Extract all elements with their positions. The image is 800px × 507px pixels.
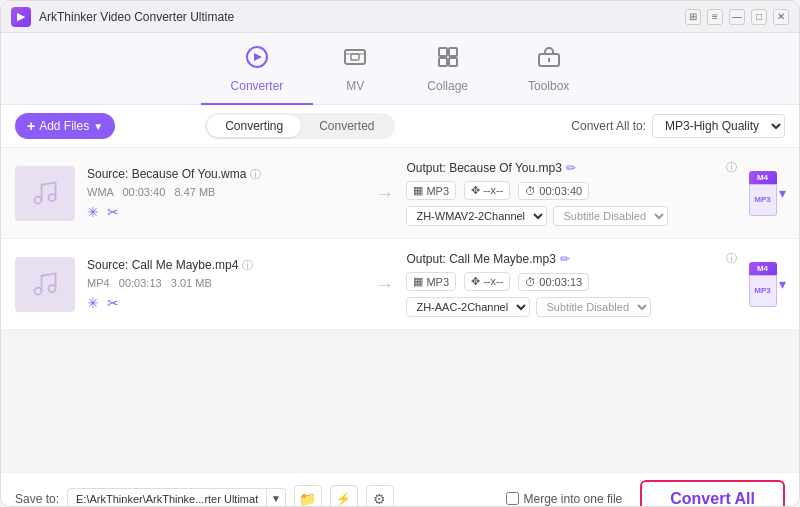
output-name-2: Output: Call Me Maybe.mp3 ✏ ⓘ	[406, 251, 737, 266]
svg-point-11	[35, 197, 42, 204]
add-files-button[interactable]: + Add Files ▼	[15, 113, 115, 139]
save-path-input[interactable]	[67, 488, 267, 508]
collage-icon	[436, 45, 460, 75]
merge-checkbox[interactable]	[506, 492, 519, 505]
format-badge-1: ▦ MP3	[406, 181, 456, 200]
output-row2-2: ZH-AAC-2Channel Subtitle Disabled	[406, 297, 737, 317]
format-badge-2: ▦ MP3	[406, 272, 456, 291]
file-source-2: Source: Call Me Maybe.mp4 ⓘ	[87, 258, 362, 273]
file-size-1: 8.47 MB	[174, 186, 215, 198]
resize-text-1: ✥ --x--	[471, 184, 503, 197]
output-file-icon-2[interactable]: M4 MP3	[749, 262, 777, 307]
converted-pill[interactable]: Converted	[301, 115, 392, 137]
mp3-file-1: MP3	[749, 184, 777, 216]
format-selector[interactable]: MP3-High Quality	[652, 114, 785, 138]
tab-mv[interactable]: MV	[313, 41, 397, 105]
plus-icon: +	[27, 118, 35, 134]
output-section-2: Output: Call Me Maybe.mp3 ✏ ⓘ ▦ MP3 ✥ --…	[406, 251, 737, 317]
file-meta-1: WMA 00:03:40 8.47 MB	[87, 186, 362, 198]
file-size-2: 3.01 MB	[171, 277, 212, 289]
format-grid-icon-1: ▦	[413, 184, 423, 197]
maximize-button[interactable]: □	[751, 9, 767, 25]
duration-control-2: ⏱ 00:03:13	[518, 273, 589, 291]
svg-rect-6	[449, 48, 457, 56]
file-format-1: WMA	[87, 186, 113, 198]
output-name-1: Output: Because Of You.mp3 ✏ ⓘ	[406, 160, 737, 175]
edit-icon-2[interactable]: ✏	[560, 252, 570, 266]
file-info-1: Source: Because Of You.wma ⓘ WMA 00:03:4…	[87, 167, 362, 220]
svg-point-14	[49, 285, 56, 292]
mp3-badge-1: M4	[749, 171, 777, 184]
duration-control-1: ⏱ 00:03:40	[518, 182, 589, 200]
close-button[interactable]: ✕	[773, 9, 789, 25]
cut-action-1[interactable]: ✂	[107, 204, 119, 220]
resize-text-2: ✥ --x--	[471, 275, 503, 288]
folder-icon-button[interactable]: 📁	[294, 485, 322, 508]
file-dropdown-1[interactable]: ▾	[779, 185, 786, 201]
tab-toolbox[interactable]: Toolbox	[498, 41, 599, 105]
cut-action-2[interactable]: ✂	[107, 295, 119, 311]
settings-icon-button[interactable]: ⚙	[366, 485, 394, 508]
output-info-icon-2[interactable]: ⓘ	[726, 251, 737, 266]
file-info-2: Source: Call Me Maybe.mp4 ⓘ MP4 00:03:13…	[87, 258, 362, 311]
save-to-label: Save to:	[15, 492, 59, 506]
output-section-1: Output: Because Of You.mp3 ✏ ⓘ ▦ MP3 ✥ -…	[406, 160, 737, 226]
converting-pill[interactable]: Converting	[207, 115, 301, 137]
toolbox-tab-label: Toolbox	[528, 79, 569, 93]
source-info-icon-2[interactable]: ⓘ	[242, 258, 253, 273]
file-item-2: Source: Call Me Maybe.mp4 ⓘ MP4 00:03:13…	[1, 239, 799, 330]
collage-tab-label: Collage	[427, 79, 468, 93]
file-thumbnail-2	[15, 257, 75, 312]
tab-converter[interactable]: Converter	[201, 41, 314, 105]
edit-icon-1[interactable]: ✏	[566, 161, 576, 175]
output-label-1: Output: Because Of You.mp3	[406, 161, 561, 175]
merge-label: Merge into one file	[524, 492, 623, 506]
nav-tabs: Converter MV Collage	[1, 33, 799, 105]
convert-all-to-section: Convert All to: MP3-High Quality	[571, 114, 785, 138]
output-label-2: Output: Call Me Maybe.mp3	[406, 252, 555, 266]
subtitle-select-2[interactable]: Subtitle Disabled	[536, 297, 651, 317]
output-info-icon-1[interactable]: ⓘ	[726, 160, 737, 175]
toolbar: + Add Files ▼ Converting Converted Conve…	[1, 105, 799, 148]
subtitle-select-1[interactable]: Subtitle Disabled	[553, 206, 668, 226]
file-icon-right-2: M4 MP3 ▾	[749, 262, 785, 307]
svg-rect-8	[449, 58, 457, 66]
convert-all-button[interactable]: Convert All	[640, 480, 785, 508]
settings-action-2[interactable]: ✳	[87, 295, 99, 311]
channel-select-2[interactable]: ZH-AAC-2Channel	[406, 297, 530, 317]
svg-rect-3	[351, 54, 359, 60]
file-actions-1: ✳ ✂	[87, 204, 362, 220]
settings-action-1[interactable]: ✳	[87, 204, 99, 220]
file-duration-2: 00:03:13	[119, 277, 162, 289]
merge-check-section: Merge into one file	[506, 492, 623, 506]
svg-rect-5	[439, 48, 447, 56]
svg-point-13	[35, 288, 42, 295]
converting-tabs: Converting Converted	[205, 113, 394, 139]
arrow-icon-1: →	[374, 182, 394, 205]
output-file-icon-1[interactable]: M4 MP3	[749, 171, 777, 216]
clock-icon-2: ⏱	[525, 276, 536, 288]
file-source-1: Source: Because Of You.wma ⓘ	[87, 167, 362, 182]
output-row2-1: ZH-WMAV2-2Channel Subtitle Disabled	[406, 206, 737, 226]
file-duration-1: 00:03:40	[122, 186, 165, 198]
output-controls-1: ▦ MP3 ✥ --x-- ⏱ 00:03:40	[406, 181, 737, 200]
menu-icon[interactable]: ≡	[707, 9, 723, 25]
minimize-button[interactable]: —	[729, 9, 745, 25]
format-label-2: MP3	[426, 276, 449, 288]
path-dropdown-button[interactable]: ▼	[267, 488, 286, 507]
file-icon-right-1: M4 MP3 ▾	[749, 171, 785, 216]
svg-rect-2	[345, 50, 365, 64]
source-name-2: Source: Call Me Maybe.mp4	[87, 258, 238, 272]
svg-marker-1	[254, 53, 262, 61]
svg-rect-7	[439, 58, 447, 66]
file-dropdown-2[interactable]: ▾	[779, 276, 786, 292]
add-files-label: Add Files	[39, 119, 89, 133]
grid-icon[interactable]: ⊞	[685, 9, 701, 25]
flash-icon-button[interactable]: ⚡	[330, 485, 358, 508]
tab-collage[interactable]: Collage	[397, 41, 498, 105]
file-actions-2: ✳ ✂	[87, 295, 362, 311]
source-info-icon-1[interactable]: ⓘ	[250, 167, 261, 182]
convert-all-to-label: Convert All to:	[571, 119, 646, 133]
svg-point-12	[49, 194, 56, 201]
channel-select-1[interactable]: ZH-WMAV2-2Channel	[406, 206, 547, 226]
